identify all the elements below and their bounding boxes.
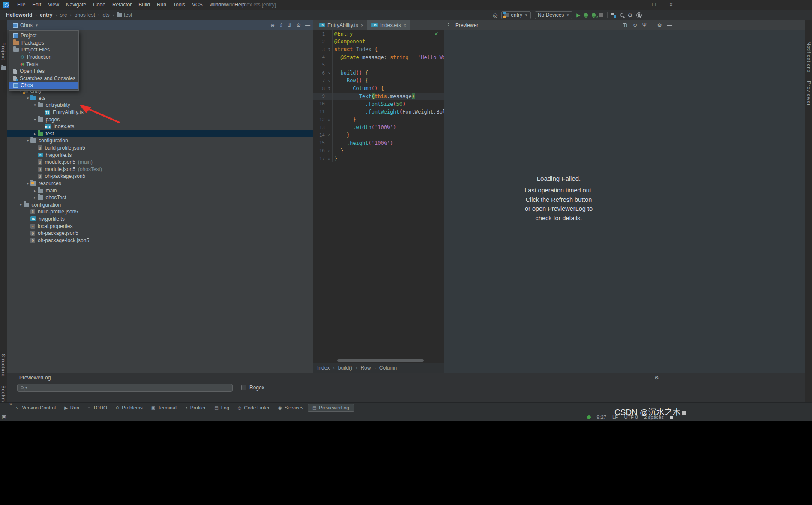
code-line-5[interactable]: 5 — [313, 61, 444, 69]
chevron-down-icon[interactable]: ▾ — [33, 103, 38, 107]
menu-navigate[interactable]: Navigate — [63, 0, 90, 10]
tree-row-index-ets[interactable]: ETSIndex.ets — [7, 123, 313, 130]
tree-row-oh-package-json5[interactable]: {}oh-package.json5 — [7, 230, 313, 237]
fold-end-icon[interactable]: ⌂ — [327, 131, 333, 139]
editor-breadcrumb-row[interactable]: Row — [360, 365, 371, 371]
close-tab-icon[interactable]: × — [404, 23, 406, 28]
tool-windows-toggle-icon[interactable]: ▣ — [2, 414, 6, 420]
breadcrumb-item-ets[interactable]: ets — [102, 12, 109, 18]
device-selector[interactable]: No Devices ▼ — [535, 11, 572, 19]
fold-open-icon[interactable]: ▿ — [327, 45, 333, 53]
tab-index-ets[interactable]: ETS Index.ets × — [367, 20, 410, 30]
menu-vcs[interactable]: VCS — [189, 0, 206, 10]
breadcrumb-item-ohostest[interactable]: ohosTest — [75, 12, 95, 18]
code-line-1[interactable]: 1@Entry — [313, 30, 444, 38]
code-line-3[interactable]: 3▿struct Index { — [313, 45, 444, 53]
settings-gear-icon[interactable]: ⚙ — [627, 12, 632, 18]
code-line-11[interactable]: 11 .fontWeight(FontWeight.Bold) — [313, 108, 444, 116]
tool-tab-todo[interactable]: ≡TODO — [84, 404, 111, 411]
view-dropdown-item-project[interactable]: Project — [9, 32, 78, 39]
tree-row-pages[interactable]: ▾pages — [7, 116, 313, 123]
tool-tab-services[interactable]: ◉Services — [274, 404, 308, 411]
status-item-0[interactable]: 9:27 — [597, 415, 606, 420]
fold-open-icon[interactable]: ▿ — [327, 84, 333, 92]
editor-breadcrumb-build[interactable]: build() — [338, 365, 352, 371]
view-dropdown-item-tests[interactable]: ◆◆Tests — [9, 60, 78, 68]
tree-row-local-properties[interactable]: ≡local.properties — [7, 222, 313, 230]
tool-tab-run[interactable]: ▶Run — [60, 404, 84, 411]
tool-tab-profiler[interactable]: ◔Profiler — [181, 404, 210, 411]
menu-view[interactable]: View — [45, 0, 63, 10]
tree-row-entryability-ts[interactable]: TSEntryAbility.ts — [7, 109, 313, 116]
menu-refactor[interactable]: Refactor — [109, 0, 135, 10]
menu-build[interactable]: Build — [135, 0, 153, 10]
horizontal-scrollbar[interactable] — [337, 359, 424, 362]
hide-log-icon[interactable]: — — [664, 375, 669, 381]
editor-breadcrumb-index[interactable]: Index — [317, 365, 330, 371]
debug-button[interactable] — [584, 13, 588, 18]
tool-tab-code-linter[interactable]: ◎Code Linter — [234, 404, 274, 411]
tree-row-main[interactable]: ▸main — [7, 187, 313, 194]
fold-end-icon[interactable]: ⌂ — [327, 147, 333, 155]
chevron-right-icon[interactable]: ▸ — [33, 132, 38, 136]
code-line-4[interactable]: 4 @State message: string = 'Hello World' — [313, 54, 444, 61]
tree-row-build-profile-json5[interactable]: {}build-profile.json5 — [7, 144, 313, 152]
tree-row-ohostest[interactable]: ▸ohosTest — [7, 194, 313, 201]
fold-open-icon[interactable]: ▿ — [327, 69, 333, 77]
menu-tools[interactable]: Tools — [170, 0, 189, 10]
breadcrumb-item-entry[interactable]: entry — [40, 12, 52, 18]
hide-panel-icon[interactable]: — — [305, 22, 310, 28]
tree-row-configuration[interactable]: ▾configuration — [7, 201, 313, 209]
breadcrumb-item-helloworld[interactable]: Helloworld — [6, 12, 32, 18]
code-line-6[interactable]: 6▿ build() { — [313, 69, 444, 77]
tool-tab-previewerlog[interactable]: ▤PreviewerLog — [308, 404, 354, 412]
close-tab-icon[interactable]: × — [361, 23, 363, 28]
project-view-selector[interactable]: Ohos — [20, 22, 33, 28]
locate-file-icon[interactable]: ⊕ — [270, 22, 275, 28]
editor-breadcrumb-column[interactable]: Column — [379, 365, 397, 371]
kebab-menu-icon[interactable]: ⋮ — [446, 22, 451, 28]
attach-debugger-button[interactable] — [592, 13, 596, 18]
log-search-input[interactable] — [29, 385, 232, 391]
plug-icon[interactable]: Ψ — [642, 22, 647, 28]
tree-row-configuration[interactable]: ▾configuration — [7, 137, 313, 144]
fold-end-icon[interactable]: ⌂ — [327, 155, 333, 162]
tree-row-oh-package-lock-json5[interactable]: {}oh-package-lock.json5 — [7, 237, 313, 244]
view-dropdown-item-production[interactable]: ⚙Production — [9, 54, 78, 61]
log-settings-gear-icon[interactable]: ⚙ — [654, 375, 659, 381]
regex-checkbox[interactable] — [241, 385, 246, 390]
menu-edit[interactable]: Edit — [29, 0, 45, 10]
maximize-button[interactable]: □ — [645, 0, 662, 10]
view-dropdown-item-project-files[interactable]: Project Files — [9, 46, 78, 54]
fold-open-icon[interactable]: ▿ — [327, 77, 333, 84]
code-line-9[interactable]: 9 Text(this.message) — [313, 93, 444, 100]
tree-row-module-json5[interactable]: {}module.json5(ohosTest) — [7, 166, 313, 173]
tool-stripe-structure[interactable]: Structure — [1, 354, 6, 377]
tree-row-oh-package-json5[interactable]: {}oh-package.json5 — [7, 173, 313, 180]
tree-row-entryability[interactable]: ▾entryability — [7, 102, 313, 109]
tree-row-resources[interactable]: ▾resources — [7, 180, 313, 187]
tool-tab-problems[interactable]: ⊙Problems — [111, 404, 147, 411]
menu-file[interactable]: File — [14, 0, 29, 10]
module-selector[interactable]: entry ▼ — [501, 11, 531, 19]
chevron-right-icon[interactable]: ▸ — [33, 195, 38, 200]
code-line-2[interactable]: 2@Component — [313, 38, 444, 45]
collapse-all-icon[interactable]: ⇵ — [288, 22, 292, 28]
chevron-down-icon[interactable]: ▾ — [25, 181, 30, 186]
device-manager-icon[interactable] — [611, 13, 616, 18]
code-line-10[interactable]: 10 .fontSize(50) — [313, 100, 444, 108]
tab-entryability[interactable]: TS EntryAbility.ts × — [315, 20, 367, 30]
search-history-chevron-icon[interactable]: ▼ — [25, 386, 28, 389]
code-line-13[interactable]: 13 .width('100%') — [313, 123, 444, 131]
view-dropdown-item-scratches-and-consoles[interactable]: Scratches and Consoles — [9, 75, 78, 82]
tree-row-test[interactable]: ▸test — [7, 130, 313, 138]
view-dropdown-item-packages[interactable]: Packages — [9, 39, 78, 47]
code-line-14[interactable]: 14⌂ } — [313, 131, 444, 139]
code-line-12[interactable]: 12⌂ } — [313, 116, 444, 123]
breadcrumb-item-test[interactable]: test — [117, 12, 132, 18]
view-dropdown-item-open-files[interactable]: Open Files — [9, 68, 78, 75]
tree-row-hvigorfile-ts[interactable]: TShvigorfile.ts — [7, 216, 313, 223]
tool-tab-log[interactable]: ▤Log — [210, 404, 234, 411]
code-line-8[interactable]: 8▿ Column() { — [313, 84, 444, 92]
chevron-right-icon[interactable]: ▸ — [33, 189, 38, 193]
